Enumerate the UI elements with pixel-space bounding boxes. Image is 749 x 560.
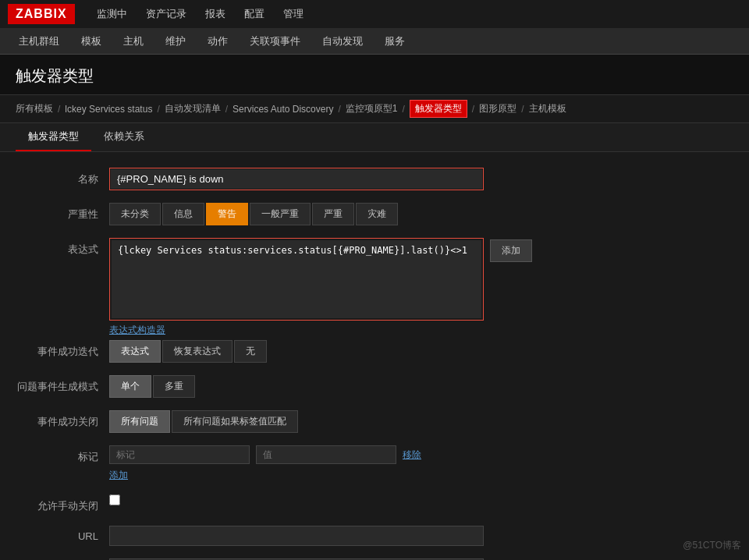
severity-average[interactable]: 一般严重 <box>250 203 311 225</box>
nav-actions[interactable]: 动作 <box>197 28 239 55</box>
breadcrumb-sep-1: / <box>58 104 60 115</box>
breadcrumb-discovery-list[interactable]: 自动发现清单 <box>165 102 221 115</box>
expression-row: 表达式 添加 表达式构造器 <box>16 238 733 337</box>
breadcrumb-sep-6: / <box>472 104 474 115</box>
event-close-row: 事件成功关闭 所有问题 所有问题如果标签值匹配 <box>16 410 733 433</box>
severity-info[interactable]: 信息 <box>162 203 204 225</box>
tags-row-container: 标记 移除 添加 <box>16 445 733 482</box>
severity-unclassified[interactable]: 未分类 <box>109 203 161 225</box>
sub-tabs: 触发器类型 依赖关系 <box>0 123 749 152</box>
nav-admin[interactable]: 管理 <box>274 0 313 28</box>
problem-mode-multiple[interactable]: 多重 <box>153 375 195 398</box>
event-success-label: 事件成功迭代 <box>16 340 109 359</box>
page-title: 触发器类型 <box>16 66 733 87</box>
url-control <box>109 526 733 546</box>
tag-value-input[interactable] <box>256 445 396 464</box>
nav-correlated-events[interactable]: 关联项事件 <box>239 28 311 55</box>
breadcrumb-sep-5: / <box>403 104 405 115</box>
severity-buttons: 未分类 信息 警告 一般严重 严重 灾难 <box>109 203 733 225</box>
remove-tag-button[interactable]: 移除 <box>403 448 421 462</box>
severity-warning[interactable]: 警告 <box>206 203 248 225</box>
tag-name-input[interactable] <box>109 445 250 464</box>
url-label: URL <box>16 526 109 542</box>
name-row: 名称 <box>16 168 733 190</box>
nav-services[interactable]: 服务 <box>374 28 416 55</box>
nav-host-groups[interactable]: 主机群组 <box>8 28 70 55</box>
event-success-control: 表达式 恢复表达式 无 <box>109 340 733 363</box>
allow-manual-row: 允许手动关闭 <box>16 494 733 513</box>
name-control <box>109 168 733 190</box>
event-success-none[interactable]: 无 <box>234 340 267 363</box>
page-title-bar: 触发器类型 <box>0 55 749 95</box>
breadcrumb-sep-7: / <box>521 104 524 115</box>
name-input[interactable] <box>111 169 482 189</box>
event-success-row: 事件成功迭代 表达式 恢复表达式 无 <box>16 340 733 363</box>
tags-label: 标记 <box>16 445 109 464</box>
problem-mode-row: 问题事件生成模式 单个 多重 <box>16 375 733 398</box>
url-row: URL <box>16 526 733 546</box>
breadcrumb-sep-4: / <box>338 104 340 115</box>
nav-maintenance[interactable]: 维护 <box>154 28 197 55</box>
breadcrumb-all-templates[interactable]: 所有模板 <box>16 102 53 115</box>
expression-add-button[interactable]: 添加 <box>490 239 532 262</box>
nav-monitoring[interactable]: 监测中 <box>87 0 137 28</box>
event-close-all[interactable]: 所有问题 <box>109 410 170 433</box>
event-close-buttons: 所有问题 所有问题如果标签值匹配 <box>109 410 733 433</box>
breadcrumb-sep-2: / <box>157 104 159 115</box>
second-nav: 主机群组 模板 主机 维护 动作 关联项事件 自动发现 服务 <box>0 28 749 55</box>
event-success-recovery[interactable]: 恢复表达式 <box>162 340 233 363</box>
allow-manual-checkbox-row <box>109 494 733 505</box>
allow-manual-checkbox[interactable] <box>109 494 120 505</box>
breadcrumb: 所有模板 / lckey Services status / 自动发现清单 / … <box>0 95 749 123</box>
breadcrumb-active-trigger-type: 触发器类型 <box>410 100 467 118</box>
url-input[interactable] <box>109 526 484 546</box>
severity-disaster[interactable]: 灾难 <box>356 203 398 225</box>
name-label: 名称 <box>16 168 109 186</box>
severity-high[interactable]: 严重 <box>312 203 354 225</box>
tags-row: 移除 <box>109 445 733 464</box>
tab-trigger-types[interactable]: 触发器类型 <box>16 123 91 151</box>
nav-templates[interactable]: 模板 <box>70 28 112 55</box>
nav-assets[interactable]: 资产记录 <box>137 0 196 28</box>
expression-control: 添加 表达式构造器 <box>109 238 733 337</box>
problem-mode-label: 问题事件生成模式 <box>16 375 109 394</box>
add-tag-link[interactable]: 添加 <box>109 470 128 480</box>
content-area: 名称 严重性 未分类 信息 警告 一般严重 严重 灾难 表达式 <box>0 152 749 560</box>
severity-label: 严重性 <box>16 203 109 222</box>
event-close-label: 事件成功关闭 <box>16 410 109 429</box>
allow-manual-label: 允许手动关闭 <box>16 494 109 513</box>
tags-control: 移除 添加 <box>109 445 733 482</box>
tab-dependencies[interactable]: 依赖关系 <box>91 123 157 151</box>
breadcrumb-lckey[interactable]: lckey Services status <box>65 104 152 115</box>
nav-hosts[interactable]: 主机 <box>112 28 154 55</box>
nav-config[interactable]: 配置 <box>235 0 274 28</box>
expression-wrapper <box>109 238 484 321</box>
breadcrumb-sep-3: / <box>225 104 228 115</box>
event-success-buttons: 表达式 恢复表达式 无 <box>109 340 733 363</box>
problem-mode-control: 单个 多重 <box>109 375 733 398</box>
breadcrumb-host-template[interactable]: 主机模板 <box>529 102 566 115</box>
severity-control: 未分类 信息 警告 一般严重 严重 灾难 <box>109 203 733 225</box>
event-success-expr[interactable]: 表达式 <box>109 340 161 363</box>
name-input-wrapper <box>109 168 484 190</box>
nav-autodiscovery[interactable]: 自动发现 <box>311 28 374 55</box>
expr-builder-link[interactable]: 表达式构造器 <box>109 324 165 337</box>
breadcrumb-services-auto[interactable]: Services Auto Discovery <box>233 104 333 115</box>
expression-label: 表达式 <box>16 238 109 257</box>
problem-mode-single[interactable]: 单个 <box>109 375 151 398</box>
logo: ZABBIX <box>8 4 75 24</box>
breadcrumb-monitor-proto[interactable]: 监控项原型1 <box>346 102 398 115</box>
breadcrumb-graph-proto[interactable]: 图形原型 <box>479 102 516 115</box>
allow-manual-control <box>109 494 733 505</box>
event-close-tag-match[interactable]: 所有问题如果标签值匹配 <box>172 410 298 433</box>
expression-input[interactable] <box>112 240 481 318</box>
top-nav: ZABBIX 监测中 资产记录 报表 配置 管理 <box>0 0 749 28</box>
problem-mode-buttons: 单个 多重 <box>109 375 733 398</box>
severity-row: 严重性 未分类 信息 警告 一般严重 严重 灾难 <box>16 203 733 225</box>
event-close-control: 所有问题 所有问题如果标签值匹配 <box>109 410 733 433</box>
nav-reports[interactable]: 报表 <box>196 0 235 28</box>
watermark: @51CTO博客 <box>683 539 741 552</box>
